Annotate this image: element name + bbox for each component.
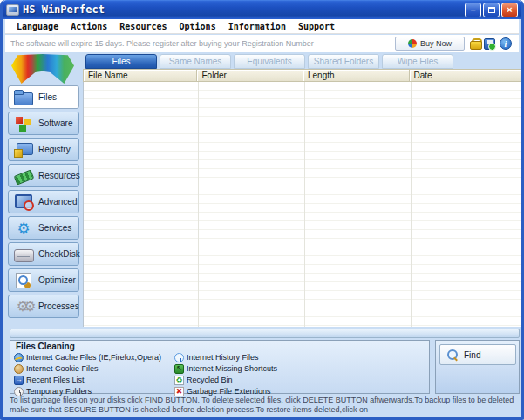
- sidebar-label: Services: [38, 223, 71, 233]
- sidebar-item-processes[interactable]: ⚙⚙ Processes: [8, 295, 79, 318]
- sidebar-label: CheckDisk: [38, 249, 80, 259]
- magnifier-document-icon: [13, 272, 34, 289]
- save-disk-icon[interactable]: [484, 38, 495, 50]
- sidebar-item-services[interactable]: ⚙ Services: [8, 216, 79, 240]
- tab-equivalents[interactable]: Equivalents: [234, 54, 305, 69]
- find-panel: Find: [435, 340, 520, 394]
- recycle-icon: ♻: [174, 376, 184, 385]
- clean-item-label: Recycled Bin: [187, 376, 233, 384]
- hard-disk-icon: [13, 246, 34, 263]
- menu-support[interactable]: Support: [292, 22, 341, 31]
- sidebar-label: Files: [38, 92, 57, 102]
- lock-icon[interactable]: [470, 38, 480, 50]
- maximize-icon: [488, 7, 495, 13]
- menu-options[interactable]: Options: [174, 22, 222, 31]
- find-button[interactable]: Find: [439, 344, 516, 365]
- sidebar-item-software[interactable]: Software: [8, 112, 79, 135]
- tab-same-names[interactable]: Same Names: [160, 54, 231, 69]
- sidebar-label: Registry: [38, 145, 71, 154]
- menu-resources[interactable]: Resources: [113, 22, 173, 31]
- registry-folder-icon: [13, 141, 34, 159]
- grey-clock-icon: [14, 387, 24, 396]
- column-divider: [198, 82, 199, 327]
- clean-item-label: Internet Missing Shortcuts: [187, 364, 277, 373]
- sidebar-item-checkdisk[interactable]: CheckDisk: [8, 242, 79, 266]
- app-window: HS WinPerfect – × Language Actions Resou…: [0, 0, 524, 420]
- buy-now-label: Buy Now: [420, 39, 452, 48]
- red-x-icon: ✖: [174, 387, 184, 396]
- minimize-button[interactable]: –: [465, 3, 481, 17]
- green-chip-icon: [13, 167, 34, 185]
- clean-item-missing-shortcuts[interactable]: ↖ Internet Missing Shortcuts: [174, 363, 277, 374]
- menu-information[interactable]: Information: [222, 22, 292, 31]
- progress-strip: [10, 329, 520, 338]
- tab-files[interactable]: Files: [85, 54, 157, 69]
- menu-bar: Language Actions Resources Options Infor…: [5, 19, 519, 34]
- clean-item-label: Garbage File Extentions: [187, 387, 271, 396]
- clean-item-internet-history[interactable]: Internet History Files: [174, 352, 259, 362]
- titlebar-buttons: – ×: [465, 3, 518, 17]
- magnifier-icon: [447, 349, 458, 360]
- folder-icon: [13, 89, 34, 106]
- monitor-magnifier-icon: [13, 193, 34, 211]
- sidebar-item-files[interactable]: Files: [8, 85, 79, 109]
- blue-clock-icon: [174, 353, 184, 362]
- tab-wipe-files[interactable]: Wipe Files: [382, 54, 453, 69]
- column-header-file-name[interactable]: File Name: [84, 70, 197, 81]
- clean-item-internet-cache[interactable]: Internet Cache Files (IE,Firefox,Opera): [14, 352, 161, 362]
- shortcut-arrow-icon: ↖: [174, 364, 184, 374]
- menu-language[interactable]: Language: [10, 22, 65, 31]
- info-icon[interactable]: i: [500, 37, 512, 50]
- sidebar-label: Software: [38, 119, 72, 128]
- sidebar-label: Advanced: [38, 197, 77, 207]
- find-button-label: Find: [464, 350, 480, 360]
- clean-item-recent-files[interactable]: → Recent Files List: [14, 375, 85, 385]
- colored-cubes-icon: [13, 115, 34, 132]
- recent-arrow-icon: →: [14, 376, 24, 385]
- window-title: HS WinPerfect: [23, 3, 105, 16]
- sidebar-item-resources[interactable]: Resources: [8, 164, 79, 187]
- close-button[interactable]: ×: [501, 3, 518, 17]
- sidebar-label: Processes: [38, 301, 79, 311]
- file-list-area[interactable]: [83, 82, 524, 327]
- column-divider: [304, 82, 305, 327]
- sidebar-label: Optimizer: [38, 275, 76, 285]
- column-header-folder[interactable]: Folder: [197, 70, 303, 81]
- clean-item-label: Internet Cookie Files: [26, 364, 99, 373]
- files-cleaning-title: Files Cleaning: [16, 342, 75, 351]
- rainbow-logo: [11, 54, 74, 84]
- sidebar-item-advanced[interactable]: Advanced: [8, 190, 79, 213]
- column-header-date[interactable]: Date: [410, 70, 523, 81]
- app-computer-icon: [6, 4, 19, 16]
- clean-item-label: Temporary Folders: [26, 387, 92, 396]
- clean-item-internet-cookies[interactable]: Internet Cookie Files: [14, 363, 99, 374]
- clean-item-label: Internet History Files: [187, 353, 259, 362]
- cookie-icon: [14, 364, 24, 374]
- table-header: File Name Folder Length Date: [83, 69, 524, 82]
- sidebar-label: Resources: [38, 171, 80, 180]
- tab-shared-folders[interactable]: Shared Folders: [308, 54, 379, 69]
- title-bar[interactable]: HS WinPerfect – ×: [3, 0, 521, 19]
- sidebar-item-registry[interactable]: Registry: [8, 138, 79, 161]
- buy-now-icon: [408, 39, 417, 48]
- files-cleaning-panel: Files Cleaning Internet Cache Files (IE,…: [10, 340, 430, 394]
- clean-item-label: Internet Cache Files (IE,Firefox,Opera): [26, 353, 161, 362]
- clean-item-label: Recent Files List: [26, 376, 85, 384]
- menu-actions[interactable]: Actions: [65, 22, 113, 31]
- sidebar-item-optimizer[interactable]: Optimizer: [8, 268, 79, 292]
- column-header-length[interactable]: Length: [303, 70, 410, 81]
- registration-notice-bar: The software will expire 15 days. Please…: [5, 35, 519, 52]
- instructions-text: To list garbage files on your disks clic…: [10, 396, 521, 415]
- column-divider: [411, 82, 412, 327]
- expire-notice-text: The software will expire 15 days. Please…: [10, 39, 314, 48]
- blue-gear-icon: ⚙: [13, 220, 34, 237]
- buy-now-button[interactable]: Buy Now: [395, 37, 465, 51]
- ie-globe-icon: [14, 353, 24, 362]
- grey-gears-icon: ⚙⚙: [13, 298, 34, 315]
- maximize-button[interactable]: [483, 3, 500, 17]
- clean-item-recycled-bin[interactable]: ♻ Recycled Bin: [174, 375, 233, 385]
